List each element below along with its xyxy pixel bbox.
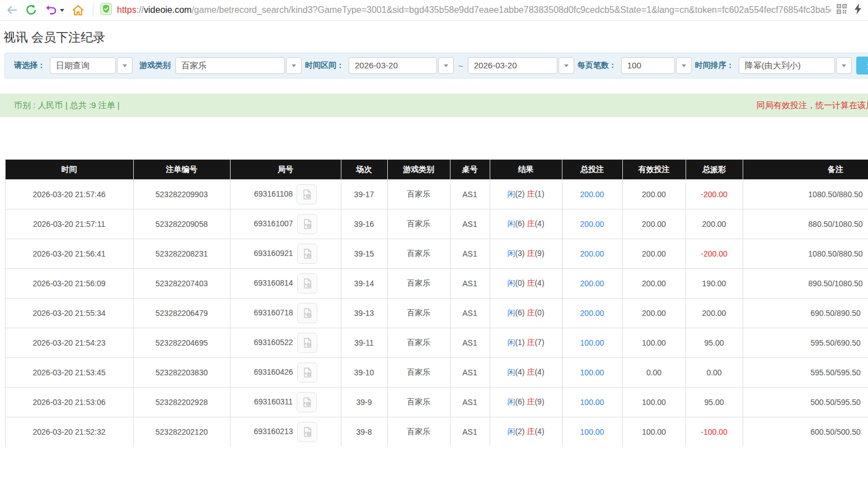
header-total-bet: 总投注 xyxy=(562,160,622,180)
records-table: 时间 注单编号 局号 场次 游戏类别 桌号 结果 总投注 有效投注 总派彩 备注… xyxy=(4,159,868,498)
cell-result: 闲(2) 庄(1) xyxy=(490,180,562,210)
cell-total-bet[interactable]: 200.00 xyxy=(562,180,622,210)
url-host: videoie.com xyxy=(144,5,191,15)
back-icon[interactable] xyxy=(6,4,18,16)
cell-bet-id: 523282207403 xyxy=(133,269,230,299)
cell-game-type: 百家乐 xyxy=(387,180,450,210)
cell-session: 39-17 xyxy=(341,180,387,210)
cell-valid-bet: 100.00 xyxy=(622,388,686,417)
cell-table-no: AS1 xyxy=(450,328,490,358)
result-player-points: (4) xyxy=(515,367,524,376)
cell-total-bet[interactable]: 200.00 xyxy=(562,239,622,269)
result-banker: 庄 xyxy=(527,397,534,406)
video-replay-button[interactable] xyxy=(297,362,317,383)
date-to-value[interactable]: 2026-03-20 xyxy=(468,57,557,74)
chevron-down-icon xyxy=(292,64,296,67)
result-banker: 庄 xyxy=(527,189,534,198)
cell-time: 2026-03-20 21:53:06 xyxy=(5,388,133,417)
cell-total-bet[interactable]: 100.00 xyxy=(562,328,622,358)
video-replay-button[interactable] xyxy=(297,333,317,353)
page-title: 视讯 会员下注纪录 xyxy=(0,21,868,53)
video-replay-button[interactable] xyxy=(297,303,317,323)
cell-payout: 0.00 xyxy=(686,358,743,388)
date-to-dropdown-button[interactable] xyxy=(559,57,574,74)
video-replay-button[interactable] xyxy=(297,214,317,234)
cell-bet-id: 523282204695 xyxy=(133,328,230,358)
game-type-dropdown-button[interactable] xyxy=(286,57,302,74)
result-player: 闲 xyxy=(507,427,515,436)
cell-total-bet[interactable]: 200.00 xyxy=(562,210,622,239)
header-game-type: 游戏类别 xyxy=(387,160,450,180)
range-separator: ~ xyxy=(458,61,463,71)
cell-total-bet[interactable]: 200.00 xyxy=(562,299,622,328)
cell-payout: -200.00 xyxy=(686,180,743,210)
result-player: 闲 xyxy=(507,308,515,317)
undo-icon[interactable] xyxy=(45,4,57,16)
cell-total-bet[interactable]: 200.00 xyxy=(562,269,622,299)
search-button[interactable]: 查询 xyxy=(856,57,868,75)
browser-toolbar: https://videoie.com/game/betrecord_searc… xyxy=(0,0,868,21)
cell-round: 693160522 xyxy=(230,328,341,358)
sort-value[interactable]: 降幂(由大到小) xyxy=(739,57,835,74)
round-number: 693160311 xyxy=(254,397,293,406)
result-banker: 庄 xyxy=(527,427,534,436)
cell-payout: 95.00 xyxy=(686,388,743,417)
date-from-value[interactable]: 2026-03-20 xyxy=(349,57,437,74)
url-scheme: https xyxy=(117,5,137,15)
table-row: 2026-03-20 21:56:41 523282208231 6931609… xyxy=(5,239,868,269)
sort-dropdown-button[interactable] xyxy=(836,57,852,74)
cell-game-type: 百家乐 xyxy=(387,239,450,269)
chevron-down-icon xyxy=(682,64,686,67)
video-replay-button[interactable] xyxy=(297,392,317,412)
page-size-combo: 100 xyxy=(621,57,692,74)
cell-total-bet[interactable]: 100.00 xyxy=(562,388,622,417)
header-round: 局号 xyxy=(230,160,341,180)
home-icon[interactable] xyxy=(72,4,85,17)
round-number: 693160921 xyxy=(254,249,293,258)
cell-time: 2026-03-20 21:54:23 xyxy=(5,328,133,358)
cell-total-bet[interactable]: 100.00 xyxy=(562,358,622,388)
video-replay-button[interactable] xyxy=(297,422,317,442)
table-row: 2026-03-20 21:57:46 523282209903 6931611… xyxy=(5,180,868,210)
page-size-dropdown-button[interactable] xyxy=(676,57,692,74)
header-table-no: 桌号 xyxy=(450,160,490,180)
result-player-points: (1) xyxy=(515,338,524,347)
cell-valid-bet: 100.00 xyxy=(622,417,686,447)
cell-total-bet[interactable]: 100.00 xyxy=(562,417,622,447)
total-valid-bet: 1300.00 xyxy=(622,477,686,498)
page-size-value[interactable]: 100 xyxy=(621,57,675,74)
toolbar-divider xyxy=(93,4,93,16)
video-replay-button[interactable] xyxy=(297,184,317,204)
security-shield-icon[interactable] xyxy=(100,3,112,17)
address-bar[interactable]: https://videoie.com/game/betrecord_searc… xyxy=(100,3,862,17)
video-replay-button[interactable] xyxy=(297,244,317,264)
cell-game-type: 百家乐 xyxy=(387,328,450,358)
cell-table-no: AS1 xyxy=(450,269,490,299)
game-type-value[interactable]: 百家乐 xyxy=(175,57,285,74)
undo-dropdown-caret[interactable] xyxy=(60,9,64,12)
query-type-dropdown-button[interactable] xyxy=(117,57,133,74)
result-banker-points: (0) xyxy=(534,308,544,317)
cell-payout: 190.00 xyxy=(686,269,743,299)
table-row: 2026-03-20 21:56:09 523282207403 6931608… xyxy=(5,269,868,299)
subtotal-row: 小计 9 1400.00 1300.00 280.00 xyxy=(5,447,868,477)
result-player: 闲 xyxy=(507,189,515,198)
cell-remark: 1080.50/880.50 xyxy=(743,239,868,269)
video-replay-button[interactable] xyxy=(297,273,317,294)
result-player: 闲 xyxy=(507,397,515,406)
cell-remark: 880.50/1080.50 xyxy=(743,210,868,239)
table-row: 2026-03-20 21:52:32 523282202120 6931602… xyxy=(5,417,868,447)
cell-round: 693160814 xyxy=(230,269,341,299)
round-number: 693160426 xyxy=(254,367,293,376)
query-type-value[interactable]: 日期查询 xyxy=(50,57,116,74)
cell-game-type: 百家乐 xyxy=(387,388,450,417)
cell-table-no: AS1 xyxy=(450,299,490,328)
total-payout: 280.00 xyxy=(686,477,743,498)
qr-code-icon[interactable] xyxy=(837,4,847,16)
cell-result: 闲(3) 庄(9) xyxy=(490,239,562,269)
date-from-dropdown-button[interactable] xyxy=(438,57,454,74)
refresh-icon[interactable] xyxy=(25,4,37,16)
total-total-bet: 1400.00 xyxy=(562,477,622,498)
chevron-down-icon xyxy=(564,64,569,67)
lightning-icon[interactable] xyxy=(853,3,862,17)
